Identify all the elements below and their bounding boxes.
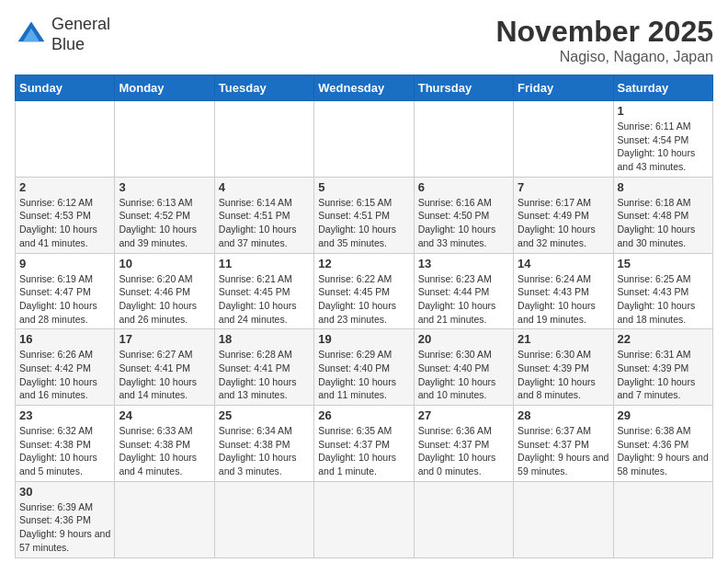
calendar-cell: 8Sunrise: 6:18 AM Sunset: 4:48 PM Daylig… xyxy=(613,177,712,253)
calendar-week-row: 30Sunrise: 6:39 AM Sunset: 4:36 PM Dayli… xyxy=(16,481,713,557)
day-header-thursday: Thursday xyxy=(414,75,513,101)
calendar-cell: 5Sunrise: 6:15 AM Sunset: 4:51 PM Daylig… xyxy=(314,177,414,253)
calendar-cell: 28Sunrise: 6:37 AM Sunset: 4:37 PM Dayli… xyxy=(514,406,613,482)
day-info: Sunrise: 6:26 AM Sunset: 4:42 PM Dayligh… xyxy=(19,348,110,402)
day-number: 16 xyxy=(19,332,110,346)
calendar-cell: 16Sunrise: 6:26 AM Sunset: 4:42 PM Dayli… xyxy=(16,329,115,406)
calendar-cell: 12Sunrise: 6:22 AM Sunset: 4:45 PM Dayli… xyxy=(314,253,414,329)
day-info: Sunrise: 6:12 AM Sunset: 4:53 PM Dayligh… xyxy=(19,196,110,250)
day-info: Sunrise: 6:11 AM Sunset: 4:54 PM Dayligh… xyxy=(618,120,709,174)
day-number: 12 xyxy=(318,257,409,270)
day-number: 25 xyxy=(219,408,310,422)
day-number: 22 xyxy=(618,332,709,346)
day-number: 1 xyxy=(618,104,709,118)
calendar-cell: 6Sunrise: 6:16 AM Sunset: 4:50 PM Daylig… xyxy=(414,177,513,253)
day-info: Sunrise: 6:34 AM Sunset: 4:38 PM Dayligh… xyxy=(219,424,310,478)
day-info: Sunrise: 6:21 AM Sunset: 4:45 PM Dayligh… xyxy=(219,272,310,327)
page-header: General Blue November 2025 Nagiso, Nagan… xyxy=(15,15,713,65)
calendar-cell: 11Sunrise: 6:21 AM Sunset: 4:45 PM Dayli… xyxy=(214,253,313,329)
calendar-cell xyxy=(115,101,214,178)
calendar-cell: 2Sunrise: 6:12 AM Sunset: 4:53 PM Daylig… xyxy=(16,177,115,253)
calendar-cell: 18Sunrise: 6:28 AM Sunset: 4:41 PM Dayli… xyxy=(214,329,313,406)
calendar-cell xyxy=(414,481,513,557)
calendar-cell: 7Sunrise: 6:17 AM Sunset: 4:49 PM Daylig… xyxy=(514,177,613,253)
day-info: Sunrise: 6:27 AM Sunset: 4:41 PM Dayligh… xyxy=(119,348,210,402)
day-info: Sunrise: 6:14 AM Sunset: 4:51 PM Dayligh… xyxy=(219,196,310,250)
calendar-cell: 3Sunrise: 6:13 AM Sunset: 4:52 PM Daylig… xyxy=(115,177,214,253)
day-number: 27 xyxy=(418,408,509,422)
day-header-friday: Friday xyxy=(514,75,613,101)
calendar-cell: 9Sunrise: 6:19 AM Sunset: 4:47 PM Daylig… xyxy=(16,253,115,329)
month-title: November 2025 xyxy=(495,15,713,49)
calendar-cell: 20Sunrise: 6:30 AM Sunset: 4:40 PM Dayli… xyxy=(414,329,513,406)
day-info: Sunrise: 6:24 AM Sunset: 4:43 PM Dayligh… xyxy=(518,272,609,327)
title-area: November 2025 Nagiso, Nagano, Japan xyxy=(495,15,713,65)
calendar-cell xyxy=(16,101,115,178)
day-number: 3 xyxy=(119,180,210,194)
calendar-week-row: 2Sunrise: 6:12 AM Sunset: 4:53 PM Daylig… xyxy=(16,177,713,253)
day-header-saturday: Saturday xyxy=(613,75,712,101)
calendar-cell: 26Sunrise: 6:35 AM Sunset: 4:37 PM Dayli… xyxy=(314,406,414,482)
day-header-monday: Monday xyxy=(115,75,214,101)
day-info: Sunrise: 6:19 AM Sunset: 4:47 PM Dayligh… xyxy=(19,272,110,327)
calendar-week-row: 9Sunrise: 6:19 AM Sunset: 4:47 PM Daylig… xyxy=(16,253,713,329)
day-info: Sunrise: 6:37 AM Sunset: 4:37 PM Dayligh… xyxy=(518,424,609,478)
calendar-cell: 23Sunrise: 6:32 AM Sunset: 4:38 PM Dayli… xyxy=(16,406,115,482)
calendar-cell: 15Sunrise: 6:25 AM Sunset: 4:43 PM Dayli… xyxy=(613,253,712,329)
day-number: 23 xyxy=(19,408,110,422)
location-title: Nagiso, Nagano, Japan xyxy=(495,49,713,65)
day-info: Sunrise: 6:38 AM Sunset: 4:36 PM Dayligh… xyxy=(618,424,709,478)
calendar-week-row: 23Sunrise: 6:32 AM Sunset: 4:38 PM Dayli… xyxy=(16,406,713,482)
day-number: 28 xyxy=(518,408,609,422)
calendar-cell xyxy=(414,101,513,178)
day-number: 20 xyxy=(418,332,509,346)
day-number: 30 xyxy=(19,485,110,499)
calendar-week-row: 16Sunrise: 6:26 AM Sunset: 4:42 PM Dayli… xyxy=(16,329,713,406)
logo: General Blue xyxy=(15,15,110,54)
calendar-cell: 1Sunrise: 6:11 AM Sunset: 4:54 PM Daylig… xyxy=(613,101,712,178)
day-info: Sunrise: 6:15 AM Sunset: 4:51 PM Dayligh… xyxy=(318,196,409,250)
calendar-cell: 4Sunrise: 6:14 AM Sunset: 4:51 PM Daylig… xyxy=(214,177,313,253)
day-info: Sunrise: 6:31 AM Sunset: 4:39 PM Dayligh… xyxy=(618,348,709,402)
day-info: Sunrise: 6:25 AM Sunset: 4:43 PM Dayligh… xyxy=(618,272,709,327)
day-number: 17 xyxy=(119,332,210,346)
day-info: Sunrise: 6:29 AM Sunset: 4:40 PM Dayligh… xyxy=(318,348,409,402)
calendar-cell: 30Sunrise: 6:39 AM Sunset: 4:36 PM Dayli… xyxy=(16,481,115,557)
day-header-sunday: Sunday xyxy=(16,75,115,101)
day-number: 19 xyxy=(318,332,409,346)
day-header-tuesday: Tuesday xyxy=(214,75,313,101)
day-number: 4 xyxy=(219,180,310,194)
calendar-cell: 27Sunrise: 6:36 AM Sunset: 4:37 PM Dayli… xyxy=(414,406,513,482)
day-number: 24 xyxy=(119,408,210,422)
day-number: 7 xyxy=(518,180,609,194)
calendar-header-row: SundayMondayTuesdayWednesdayThursdayFrid… xyxy=(16,75,713,101)
day-info: Sunrise: 6:32 AM Sunset: 4:38 PM Dayligh… xyxy=(19,424,110,478)
calendar-cell: 17Sunrise: 6:27 AM Sunset: 4:41 PM Dayli… xyxy=(115,329,214,406)
day-info: Sunrise: 6:36 AM Sunset: 4:37 PM Dayligh… xyxy=(418,424,509,478)
logo-general: General xyxy=(51,15,110,33)
day-info: Sunrise: 6:13 AM Sunset: 4:52 PM Dayligh… xyxy=(119,196,210,250)
day-info: Sunrise: 6:23 AM Sunset: 4:44 PM Dayligh… xyxy=(418,272,509,327)
calendar-cell xyxy=(214,481,313,557)
calendar-cell: 13Sunrise: 6:23 AM Sunset: 4:44 PM Dayli… xyxy=(414,253,513,329)
day-number: 5 xyxy=(318,180,409,194)
day-info: Sunrise: 6:30 AM Sunset: 4:40 PM Dayligh… xyxy=(418,348,509,402)
day-number: 21 xyxy=(518,332,609,346)
calendar-cell xyxy=(314,101,414,178)
day-number: 29 xyxy=(618,408,709,422)
calendar-cell xyxy=(214,101,313,178)
day-header-wednesday: Wednesday xyxy=(314,75,414,101)
calendar-cell xyxy=(613,481,712,557)
day-number: 13 xyxy=(418,257,509,270)
day-info: Sunrise: 6:33 AM Sunset: 4:38 PM Dayligh… xyxy=(119,424,210,478)
day-number: 15 xyxy=(618,257,709,270)
calendar-cell: 22Sunrise: 6:31 AM Sunset: 4:39 PM Dayli… xyxy=(613,329,712,406)
calendar-cell: 24Sunrise: 6:33 AM Sunset: 4:38 PM Dayli… xyxy=(115,406,214,482)
calendar-cell xyxy=(514,481,613,557)
day-info: Sunrise: 6:16 AM Sunset: 4:50 PM Dayligh… xyxy=(418,196,509,250)
day-info: Sunrise: 6:18 AM Sunset: 4:48 PM Dayligh… xyxy=(618,196,709,250)
calendar-cell xyxy=(514,101,613,178)
calendar-cell xyxy=(314,481,414,557)
day-info: Sunrise: 6:30 AM Sunset: 4:39 PM Dayligh… xyxy=(518,348,609,402)
day-number: 9 xyxy=(19,257,110,270)
